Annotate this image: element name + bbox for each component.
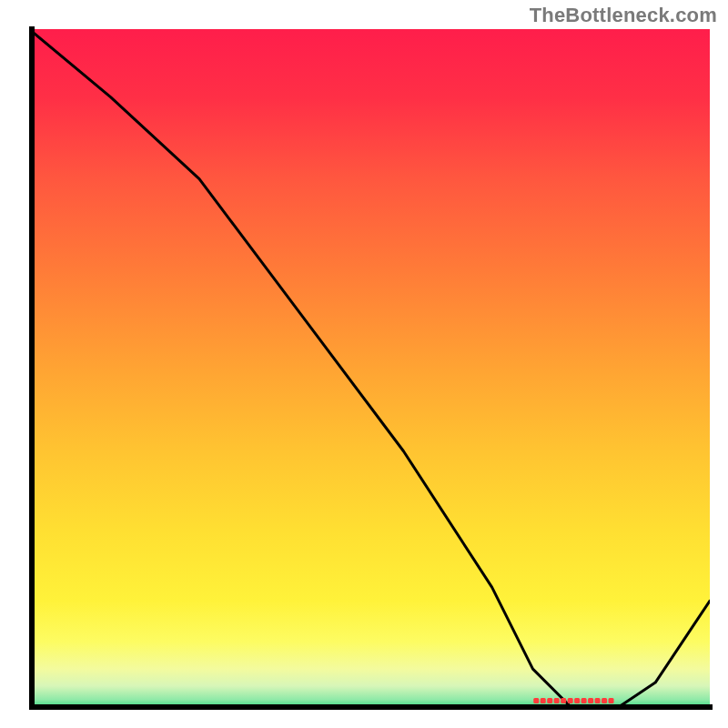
chart-stage: TheBottleneck.com <box>0 0 728 728</box>
optimal-dot <box>595 698 601 703</box>
optimal-dot <box>602 698 607 703</box>
bottleneck-chart <box>0 0 728 728</box>
optimal-dot <box>588 698 593 703</box>
optimal-dot <box>568 698 573 703</box>
optimal-dot <box>533 698 539 703</box>
watermark-text: TheBottleneck.com <box>530 4 717 27</box>
optimal-dot <box>561 698 566 703</box>
optimal-dot <box>609 698 614 703</box>
optimal-dot <box>581 698 587 703</box>
optimal-dot <box>574 698 580 703</box>
optimal-dot <box>554 698 560 703</box>
plot-background <box>29 29 710 710</box>
optimal-dot <box>541 698 546 703</box>
optimal-dot <box>547 698 552 703</box>
